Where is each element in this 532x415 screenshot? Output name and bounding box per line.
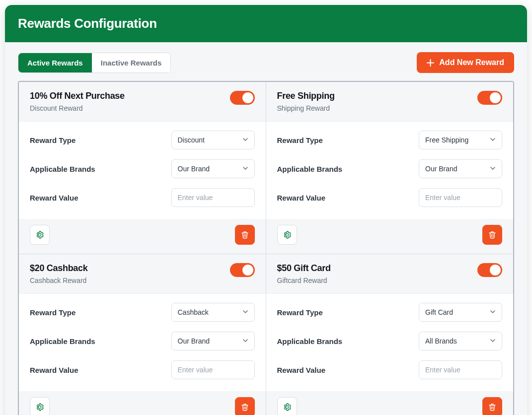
reward-value-field: Reward Value [30, 355, 255, 384]
reward-value-field: Reward Value [277, 183, 503, 212]
applicable-brands-select[interactable]: All Brands [419, 332, 502, 350]
applicable-brands-label: Applicable Brands [30, 337, 95, 346]
reward-type-select[interactable]: Free Shipping [419, 131, 502, 149]
reward-active-toggle[interactable] [230, 263, 255, 277]
tab-active-rewards[interactable]: Active Rewards [18, 53, 92, 72]
reward-titles: $20 Cashback Cashback Reward [30, 263, 87, 284]
rewards-configuration-window: Rewards Configuration Active Rewards Ina… [5, 5, 527, 415]
applicable-brands-value: Our Brand [178, 337, 210, 345]
chevron-down-icon [490, 308, 496, 316]
gear-icon [283, 230, 292, 239]
reward-title: 10% Off Next Purchase [30, 91, 125, 101]
reward-type-label: Reward Type [277, 136, 323, 144]
chevron-down-icon [242, 165, 248, 173]
reward-value-label: Reward Value [30, 194, 78, 202]
reward-card-header: $20 Cashback Cashback Reward [19, 254, 266, 294]
trash-icon [488, 230, 497, 239]
reward-value-label: Reward Value [277, 366, 326, 374]
add-button-label: Add New Reward [439, 58, 504, 67]
window-header: Rewards Configuration [5, 5, 527, 42]
applicable-brands-field: Applicable Brands Our Brand [30, 154, 255, 183]
reward-card-footer [266, 391, 514, 415]
reward-value-field: Reward Value [277, 355, 503, 384]
reward-card-header: $50 Gift Card Giftcard Reward [266, 254, 514, 294]
reward-card-body: Reward Type Free Shipping Applicable Bra… [266, 122, 514, 219]
reward-card-footer [266, 219, 514, 254]
applicable-brands-select[interactable]: Our Brand [419, 159, 502, 178]
reward-subtitle: Shipping Reward [277, 104, 335, 112]
reward-delete-button[interactable] [482, 225, 502, 245]
reward-active-toggle[interactable] [477, 91, 502, 105]
reward-value-input[interactable] [178, 194, 248, 202]
applicable-brands-field: Applicable Brands Our Brand [30, 327, 255, 355]
trash-icon [240, 403, 249, 412]
reward-card: Free Shipping Shipping Reward Reward Typ… [266, 82, 514, 254]
reward-value-input[interactable] [425, 366, 496, 374]
applicable-brands-value: Our Brand [425, 165, 457, 173]
reward-titles: $50 Gift Card Giftcard Reward [277, 263, 331, 284]
reward-active-toggle[interactable] [477, 263, 502, 277]
add-new-reward-button[interactable]: Add New Reward [417, 52, 514, 73]
applicable-brands-label: Applicable Brands [277, 165, 343, 173]
reward-card-header: Free Shipping Shipping Reward [266, 82, 514, 122]
reward-value-input-wrapper [171, 188, 255, 207]
tab-inactive-rewards[interactable]: Inactive Rewards [92, 53, 171, 72]
reward-type-select[interactable]: Gift Card [419, 303, 502, 322]
applicable-brands-field: Applicable Brands All Brands [277, 327, 503, 355]
reward-value-input-wrapper [419, 188, 502, 207]
chevron-down-icon [490, 165, 496, 173]
reward-value-field: Reward Value [30, 183, 255, 212]
reward-settings-button[interactable] [277, 225, 297, 245]
reward-active-toggle[interactable] [230, 91, 255, 105]
reward-settings-button[interactable] [277, 397, 297, 415]
reward-titles: 10% Off Next Purchase Discount Reward [30, 91, 125, 112]
reward-type-value: Discount [178, 136, 205, 144]
applicable-brands-label: Applicable Brands [30, 165, 95, 173]
applicable-brands-value: All Brands [425, 337, 457, 345]
applicable-brands-field: Applicable Brands Our Brand [277, 154, 503, 183]
reward-type-label: Reward Type [30, 136, 76, 144]
reward-card-footer [19, 391, 266, 415]
page-title: Rewards Configuration [18, 16, 514, 31]
reward-delete-button[interactable] [235, 397, 255, 415]
chevron-down-icon [242, 136, 248, 144]
reward-delete-button[interactable] [235, 225, 255, 245]
reward-card: $20 Cashback Cashback Reward Reward Type… [19, 254, 266, 415]
applicable-brands-label: Applicable Brands [277, 337, 343, 346]
reward-type-field: Reward Type Free Shipping [277, 126, 503, 154]
reward-card-body: Reward Type Discount Applicable Brands O… [19, 122, 266, 219]
reward-titles: Free Shipping Shipping Reward [277, 91, 335, 112]
plus-icon [427, 59, 434, 67]
reward-type-select[interactable]: Cashback [171, 303, 255, 322]
reward-card-footer [19, 219, 266, 254]
reward-card: $50 Gift Card Giftcard Reward Reward Typ… [266, 254, 514, 415]
gear-icon [35, 230, 44, 239]
reward-type-field: Reward Type Cashback [30, 298, 255, 327]
reward-value-input[interactable] [178, 366, 248, 374]
reward-card-body: Reward Type Gift Card Applicable Brands … [266, 294, 514, 391]
reward-type-field: Reward Type Gift Card [277, 298, 503, 327]
reward-value-label: Reward Value [30, 366, 78, 374]
gear-icon [35, 403, 44, 412]
applicable-brands-value: Our Brand [178, 165, 210, 173]
reward-value-input-wrapper [419, 360, 502, 379]
reward-settings-button[interactable] [30, 225, 50, 245]
tabs: Active Rewards Inactive Rewards [18, 53, 171, 73]
reward-type-field: Reward Type Discount [30, 126, 255, 154]
reward-subtitle: Giftcard Reward [277, 277, 331, 284]
reward-type-select[interactable]: Discount [171, 131, 255, 149]
rewards-grid: 10% Off Next Purchase Discount Reward Re… [18, 81, 514, 415]
reward-value-label: Reward Value [277, 194, 326, 202]
reward-title: Free Shipping [277, 91, 335, 101]
reward-settings-button[interactable] [30, 397, 50, 415]
reward-type-value: Gift Card [425, 308, 453, 316]
reward-type-value: Cashback [178, 308, 209, 316]
chevron-down-icon [490, 136, 496, 144]
topbar: Active Rewards Inactive Rewards Add New … [5, 42, 527, 81]
reward-value-input[interactable] [425, 194, 496, 202]
reward-card-body: Reward Type Cashback Applicable Brands O… [19, 294, 266, 391]
applicable-brands-select[interactable]: Our Brand [171, 159, 255, 178]
chevron-down-icon [242, 308, 248, 316]
applicable-brands-select[interactable]: Our Brand [171, 332, 255, 350]
reward-delete-button[interactable] [482, 397, 502, 415]
